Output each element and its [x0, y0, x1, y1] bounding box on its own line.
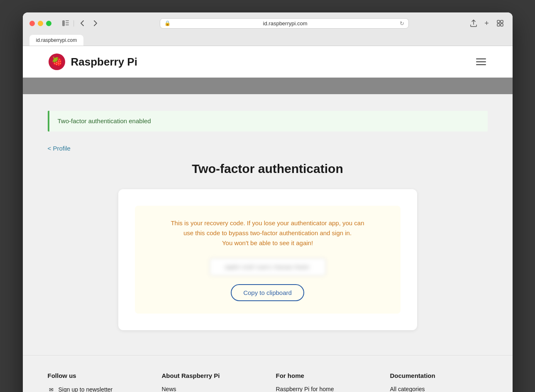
recovery-inner: This is your recovery code. If you lose … [135, 206, 401, 314]
recovery-code-container [151, 258, 384, 276]
sidebar-toggle-button[interactable] [60, 17, 71, 29]
new-tab-button[interactable]: + [481, 17, 493, 29]
copy-to-clipboard-button[interactable]: Copy to clipboard [231, 284, 304, 301]
recovery-message: This is your recovery code. If you lose … [151, 218, 384, 248]
back-button[interactable] [76, 17, 88, 29]
browser-chrome: | 🔒 id.raspberrypi.com ↻ + [23, 12, 513, 46]
recovery-code-input[interactable] [210, 258, 326, 276]
footer-col-home: For home Raspberry Pi for home Tutorials [276, 372, 374, 392]
svg-rect-6 [497, 24, 500, 26]
traffic-lights [29, 21, 51, 26]
gray-banner [23, 78, 513, 94]
forward-button[interactable] [90, 17, 101, 29]
hamburger-line-2 [476, 61, 486, 62]
lock-icon: 🔒 [164, 20, 171, 26]
tabs-button[interactable] [494, 17, 506, 29]
footer-col-follow-title: Follow us [48, 372, 145, 379]
browser-actions: + [468, 17, 506, 29]
minimize-button[interactable] [38, 21, 43, 26]
svg-rect-4 [497, 20, 500, 23]
browser-titlebar: | 🔒 id.raspberrypi.com ↻ + [29, 17, 506, 33]
svg-rect-0 [62, 20, 65, 26]
success-notification-text: Two-factor authentication enabled [58, 117, 151, 124]
svg-rect-2 [66, 22, 69, 23]
page-content: 🍓 Raspberry Pi Two-factor authentication… [23, 46, 513, 392]
browser-tabs: id.raspberrypi.com [29, 33, 506, 46]
footer-link-news[interactable]: News [162, 386, 259, 392]
close-button[interactable] [29, 21, 35, 26]
envelope-icon: ✉ [48, 386, 55, 392]
site-logo-text: Raspberry Pi [71, 56, 137, 68]
divider: | [73, 19, 75, 27]
footer-col-about: About Raspberry Pi News Contact us [162, 372, 259, 392]
footer-columns: Follow us ✉ Sign up to newsletter 𝕏 Twit… [48, 372, 488, 392]
page-title: Two-factor authentication [48, 162, 488, 176]
hamburger-line-1 [476, 58, 486, 59]
main-content: Two-factor authentication enabled < Prof… [23, 94, 513, 355]
footer-col-docs-title: Documentation [390, 372, 488, 379]
success-notification: Two-factor authentication enabled [48, 111, 488, 131]
svg-rect-3 [66, 24, 69, 25]
footer-col-about-title: About Raspberry Pi [162, 372, 259, 379]
svg-rect-5 [501, 20, 503, 23]
address-bar[interactable]: 🔒 id.raspberrypi.com ↻ [160, 18, 409, 29]
site-header: 🍓 Raspberry Pi [23, 46, 513, 78]
svg-text:🍓: 🍓 [51, 56, 63, 67]
site-logo: 🍓 Raspberry Pi [48, 53, 137, 71]
footer-link-newsletter[interactable]: ✉ Sign up to newsletter [48, 386, 145, 392]
footer-link-all-categories[interactable]: All categories [390, 386, 488, 392]
svg-rect-1 [66, 20, 69, 21]
footer-link-rpi-home[interactable]: Raspberry Pi for home [276, 386, 374, 392]
svg-rect-7 [501, 24, 503, 26]
recovery-card: This is your recovery code. If you lose … [118, 189, 417, 330]
share-button[interactable] [468, 17, 479, 29]
copy-button-container: Copy to clipboard [151, 284, 384, 301]
raspberry-pi-logo-icon: 🍓 [48, 53, 66, 71]
footer-col-home-title: For home [276, 372, 374, 379]
browser-controls: | [60, 17, 101, 29]
url-text: id.raspberrypi.com [173, 20, 397, 27]
active-tab[interactable]: id.raspberrypi.com [29, 35, 84, 46]
hamburger-menu-button[interactable] [474, 57, 488, 67]
site-footer: Follow us ✉ Sign up to newsletter 𝕏 Twit… [23, 355, 513, 392]
maximize-button[interactable] [46, 21, 51, 26]
hamburger-line-3 [476, 64, 486, 65]
back-to-profile-link[interactable]: < Profile [48, 145, 71, 152]
footer-col-docs: Documentation All categories Product inf… [390, 372, 488, 392]
refresh-button[interactable]: ↻ [400, 20, 404, 27]
footer-col-follow: Follow us ✉ Sign up to newsletter 𝕏 Twit… [48, 372, 145, 392]
